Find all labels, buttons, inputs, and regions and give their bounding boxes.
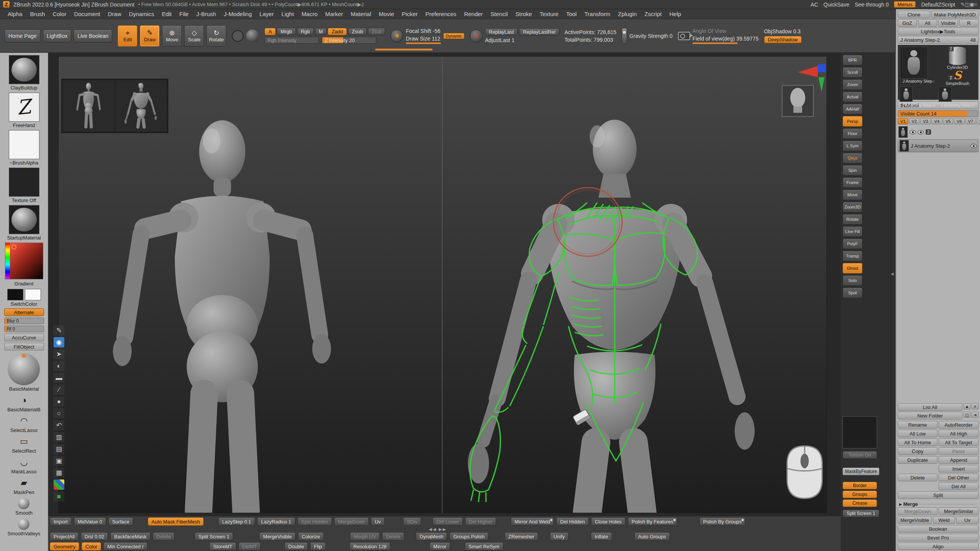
visible-count-slider[interactable]: Visible Count 14 [898,110,978,117]
blur-slider[interactable]: Blur 0 [4,318,44,324]
zsub-button[interactable]: Zsub [348,28,367,35]
menu-item[interactable]: Draw [104,11,125,17]
tool-wide-button[interactable]: Bevel Pro [898,534,978,541]
subtool-up-icon[interactable]: ▲ [964,403,970,409]
subtool-action-button[interactable]: Rename [898,421,938,429]
subtool-mini-thumbnail[interactable] [898,126,908,138]
menu-item[interactable]: Light [278,11,298,17]
folder-icon[interactable]: ◫ [964,412,970,418]
bottom-button[interactable]: LazyStep 0.1 [218,517,255,526]
fillobject-button[interactable]: FillObject [4,343,44,350]
right-strip-button[interactable]: Line Fill [843,226,862,237]
zcut-button[interactable]: Zcut [368,28,385,35]
folder-arrow-icon[interactable]: ➜ [972,412,978,418]
camera-head-preview[interactable] [782,85,813,117]
titlebar-icon[interactable]: ⌗ [974,2,977,7]
tool-thumb-step1[interactable] [939,86,952,102]
menu-item[interactable]: Picker [398,11,422,17]
menu-item[interactable]: Marker [322,11,347,17]
texture-preview[interactable] [843,416,877,448]
titlebar-icon[interactable]: ✎ [960,2,965,7]
bottom-button[interactable]: Delete [153,532,175,541]
subtool-action-button[interactable]: Append [939,456,978,464]
tray-tool[interactable]: Smooth [15,498,33,516]
quickbar-icon[interactable]: ✎ [54,325,64,336]
field-of-view-slider[interactable]: Field of view(deg) 39.59775 [693,36,759,44]
menu-item[interactable]: Edit [158,11,176,17]
bottom-button[interactable]: Del Hidden [556,517,588,526]
bottom-button[interactable]: ZRemesher [505,532,538,541]
hue-strip[interactable] [5,243,10,279]
quickbar-icon[interactable]: ◐ [54,361,64,371]
bottom-button[interactable]: Inflate [591,532,612,541]
menu-item[interactable]: Preferences [421,11,460,17]
goz-visible-button[interactable]: Visible [938,19,958,27]
bottom-button[interactable]: Import [50,517,72,526]
right-strip-button[interactable]: PolyF [843,238,862,249]
bottom-button[interactable]: Smart ReSym [465,542,503,551]
version-tab[interactable]: V5 [943,118,953,124]
subtool-action-button[interactable]: Del Other [939,474,978,481]
merge-action-button[interactable]: MergeDown [898,507,938,515]
replay-last-rel-button[interactable]: ReplayLastRel [519,28,559,36]
quickbar-icon[interactable]: ▬ [54,373,64,383]
material-preview-sphere[interactable] [246,29,259,42]
clone-button[interactable]: Clone [898,11,930,18]
edit-button[interactable]: ⌖ Edit [118,25,137,47]
quickbar-icon[interactable]: ➤ [54,349,64,359]
merge-action-button[interactable]: MergeSimilar [939,507,978,515]
bottom-button[interactable]: Flip [310,542,326,551]
list-all-button[interactable]: List All [898,403,962,411]
right-strip-button[interactable]: Move [843,189,862,200]
quickbar-icon[interactable]: ◉ [54,337,64,347]
lightbox-button[interactable]: LightBox [43,29,71,42]
subtool-list-icon[interactable]: ≡ [972,403,978,409]
menu-item[interactable]: Tool [562,11,581,17]
subtool-action-button[interactable]: Paste [939,447,978,455]
bottom-button[interactable]: BackfaceMask [110,532,150,541]
menu-item[interactable]: Layer [256,11,278,17]
active-tool-row[interactable]: J Anatomy Step-2. 48 [898,36,978,44]
quickbar-icon[interactable]: ↶ [54,420,64,430]
bottom-button[interactable]: LazyRadius 1 [257,517,295,526]
menu-item[interactable]: Color [49,11,70,17]
tray-slot[interactable]: StartupMaterial [7,205,41,241]
right-strip-button[interactable]: AAHalf [843,104,862,114]
menu-item[interactable]: Material [347,11,375,17]
draw-button[interactable]: ✎ Draw [140,25,160,47]
secondary-color-chip[interactable] [25,289,41,300]
tray-tool[interactable]: ▭ SelectRect [12,436,36,454]
live-boolean-button[interactable]: Live Boolean [74,29,112,42]
bottom-button[interactable]: Auto Groups [634,532,670,541]
texture-on-button[interactable]: Texture On [843,451,877,459]
tray-slot[interactable]: ~BrushAlpha [9,130,39,166]
bottom-button[interactable]: Double [284,542,308,551]
split-screen-button[interactable]: Split Screen 1 [843,510,879,517]
border-button[interactable]: Border [843,482,877,489]
right-strip-button[interactable]: Spot [843,287,862,298]
right-strip-button[interactable]: BPR [843,55,862,65]
canvas-thumbnails[interactable] [62,79,168,133]
rf-slider[interactable]: Rf 0 [4,326,44,332]
right-strip-button[interactable]: Rotate [843,214,862,225]
bottom-button[interactable]: StoreMT [209,542,236,551]
switch-color-chips[interactable] [7,289,41,300]
rgb-intensity-slider[interactable]: Rgb Intensity [265,37,319,44]
bottom-button[interactable]: Mirror And Weld [511,517,554,526]
right-strip-button[interactable]: Qxyz [843,153,862,163]
version-tab[interactable]: V6 [954,118,964,124]
goz-r-button[interactable]: R [959,19,978,27]
alternate-button[interactable]: Alternate [4,308,44,316]
bottom-button[interactable]: DelMT [238,542,261,551]
right-strip-button[interactable]: Persp [843,116,862,127]
menu-item[interactable]: File [176,11,193,17]
bottom-button[interactable]: Polish By Features [628,517,677,526]
crease-button[interactable]: Crease [843,499,877,507]
lightbox-tools-button[interactable]: Lightbox▶Tools [898,28,978,35]
accucurve-button[interactable]: AccuCurve [4,334,44,341]
quicksave-button[interactable]: QuickSave [823,2,849,8]
zadd-button[interactable]: Zadd [328,28,347,35]
merge-section-header[interactable]: ▸Merge [898,500,978,507]
subtool-action-button[interactable]: Del All [939,483,978,490]
z-intensity-slider[interactable]: Z Intensity 20 [322,37,376,44]
